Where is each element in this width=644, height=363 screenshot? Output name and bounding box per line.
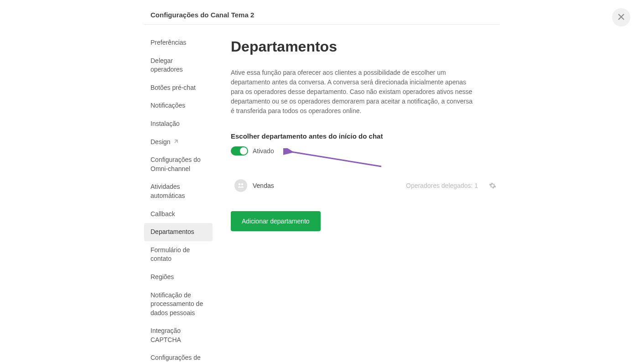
sidebar: Preferências Delegar operadores Botões p…	[144, 29, 213, 363]
sidebar-item-label: Integração CAPTCHA	[151, 327, 206, 344]
toggle-row: Ativado	[231, 146, 500, 156]
arrow-annotation	[283, 148, 384, 171]
sidebar-item-captcha[interactable]: Integração CAPTCHA	[144, 322, 213, 349]
sidebar-item-label: Callback	[151, 210, 175, 219]
toggle-label: Ativado	[253, 147, 274, 155]
sidebar-item-callback[interactable]: Callback	[144, 205, 213, 223]
sidebar-item-label: Delegar operadores	[151, 57, 206, 74]
breadcrumb: Configurações do Canal Tema 2	[144, 11, 500, 19]
sidebar-item-design[interactable]: Design	[144, 133, 213, 151]
sidebar-item-label: Configurações do Omni-channel	[151, 156, 206, 173]
sidebar-item-label: Formulário de contato	[151, 246, 206, 264]
sidebar-item-label: Regiões	[151, 273, 174, 282]
svg-point-3	[241, 183, 244, 186]
sidebar-item-departamentos[interactable]: Departamentos	[144, 223, 213, 241]
avatar	[234, 179, 247, 192]
sidebar-item-label: Notificação de processamento de dados pe…	[151, 291, 206, 318]
sidebar-item-label: Departamentos	[151, 228, 194, 237]
sidebar-item-label: Design	[151, 138, 171, 147]
sidebar-item-delegar-operadores[interactable]: Delegar operadores	[144, 52, 213, 79]
toggle-switch[interactable]	[231, 146, 248, 156]
operators-count: Operadores delegados: 1	[406, 182, 478, 189]
svg-point-2	[239, 183, 241, 186]
sidebar-item-label: Botões pré-chat	[151, 83, 196, 93]
sidebar-item-notificacao-dados[interactable]: Notificação de processamento de dados pe…	[144, 286, 213, 322]
sidebar-item-formulario-contato[interactable]: Formulário de contato	[144, 241, 213, 268]
sidebar-item-omni-channel[interactable]: Configurações do Omni-channel	[144, 151, 213, 178]
sidebar-item-notificacoes[interactable]: Notificações	[144, 97, 213, 115]
add-department-button[interactable]: Adicionar departamento	[231, 211, 321, 231]
sidebar-item-integracao[interactable]: Configurações de integração para	[144, 349, 213, 363]
sidebar-item-regioes[interactable]: Regiões	[144, 268, 213, 286]
main-content: Departamentos Ative essa função para ofe…	[231, 29, 500, 363]
sidebar-item-botoes-pre-chat[interactable]: Botões pré-chat	[144, 79, 213, 97]
sidebar-item-label: Preferências	[151, 38, 187, 47]
sidebar-item-label: Instalação	[151, 119, 180, 129]
external-link-icon	[173, 140, 178, 144]
close-button[interactable]	[612, 8, 630, 26]
sidebar-item-label: Notificações	[151, 101, 185, 110]
sidebar-item-atividades-automaticas[interactable]: Atividades automáticas	[144, 178, 213, 205]
section-title: Escolher departamento antes do início do…	[231, 132, 500, 140]
svg-line-1	[291, 152, 381, 166]
close-icon	[618, 13, 625, 22]
department-name: Vendas	[253, 182, 400, 189]
description: Ative essa função para oferecer aos clie…	[231, 68, 477, 116]
department-row: Vendas Operadores delegados: 1	[231, 174, 500, 197]
avatar-icon	[237, 182, 245, 190]
sidebar-item-label: Configurações de integração para	[151, 353, 206, 363]
sidebar-item-label: Atividades automáticas	[151, 182, 206, 200]
gear-icon[interactable]	[489, 182, 496, 189]
sidebar-item-instalacao[interactable]: Instalação	[144, 115, 213, 133]
header: Configurações do Canal Tema 2	[144, 11, 500, 25]
page-title: Departamentos	[231, 38, 500, 55]
sidebar-item-preferencias[interactable]: Preferências	[144, 34, 213, 52]
